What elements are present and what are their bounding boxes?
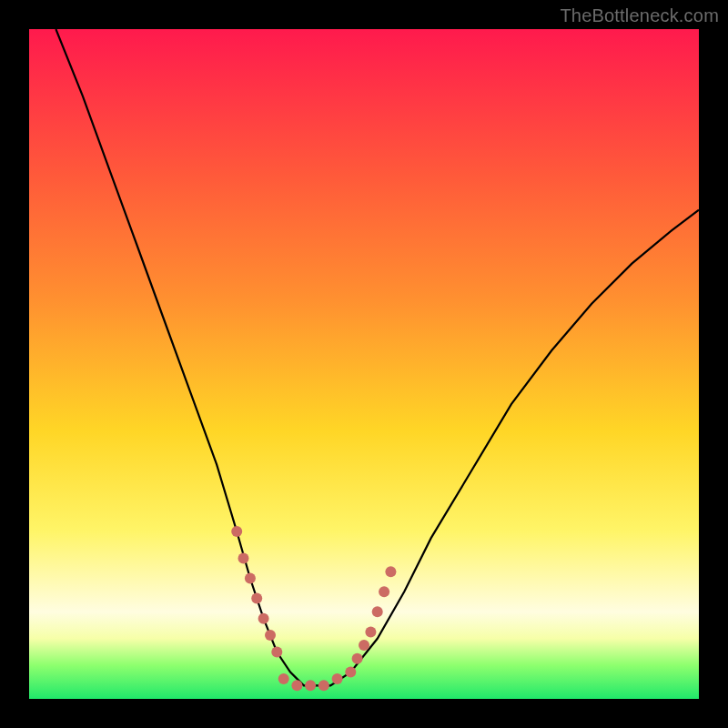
dot <box>379 586 389 597</box>
dot <box>238 552 249 563</box>
dot <box>385 566 396 577</box>
dot <box>265 630 276 641</box>
dot <box>291 680 302 691</box>
dot <box>359 640 369 651</box>
left-dotted-segment <box>231 526 282 658</box>
dot <box>332 673 343 684</box>
dot <box>372 606 383 617</box>
dot <box>258 613 269 624</box>
dot <box>352 653 363 664</box>
chart-svg <box>29 29 699 699</box>
outer-frame: TheBottleneck.com <box>0 0 728 728</box>
right-dotted-segment <box>352 566 397 664</box>
dot <box>251 593 262 604</box>
dot <box>345 667 356 678</box>
dot <box>365 626 376 637</box>
dot <box>271 647 282 658</box>
bottleneck-curve <box>56 29 699 685</box>
plot-area <box>29 29 699 699</box>
watermark-text: TheBottleneck.com <box>560 5 719 26</box>
dot <box>318 680 329 691</box>
dot <box>245 573 256 584</box>
dot <box>231 526 242 537</box>
dot <box>305 680 316 691</box>
dot <box>278 673 289 684</box>
